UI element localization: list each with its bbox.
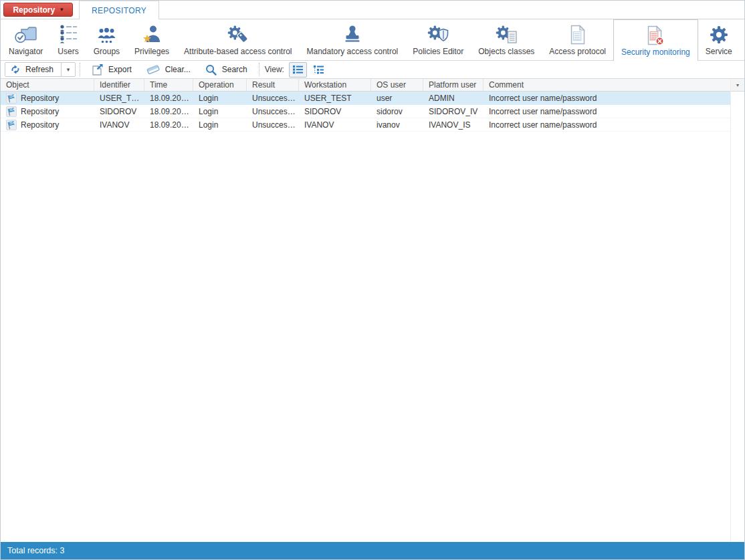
ribbon-button-access-protocol[interactable]: Access protocol [542,19,613,60]
cell-workstation: USER_TEST [299,94,371,103]
tab-repository-label: REPOSITORY [92,6,146,15]
tree-view-button[interactable] [310,62,328,78]
cell-object: Repository [1,120,94,130]
search-button[interactable]: Search [198,61,255,78]
table-row[interactable]: Repository IVANOV 18.09.2018... Login Un… [1,118,730,132]
refresh-button[interactable]: Refresh [5,63,61,76]
audit-grid: Object Identifier Time Operation Result … [1,79,744,542]
ribbon-button-label: Users [58,47,78,55]
users-list-icon [60,23,78,45]
grid-header-row: Object Identifier Time Operation Result … [1,79,730,92]
search-button-label: Search [222,65,247,74]
column-menu-button[interactable]: ▾ [731,79,744,92]
repository-menu-button[interactable]: Repository ▾ [3,3,73,17]
flag-icon [6,93,17,104]
ribbon-button-label: Objects classes [478,47,534,55]
ribbon-button-label: Service [706,47,732,55]
list-view-icon [292,65,304,74]
ribbon-button-label: Attribute-based access control [184,47,292,55]
ribbon-button-policies-editor[interactable]: Policies Editor [405,19,471,60]
gear-icon [709,23,729,45]
export-icon [92,63,103,76]
cell-os-user: sidorov [371,107,423,116]
folder-check-icon [14,23,38,45]
cell-object-label: Repository [21,120,59,130]
cell-object-label: Repository [21,107,59,116]
clear-button-label: Clear... [165,65,191,74]
ribbon-button-mac[interactable]: Mandatory access control [300,19,406,60]
column-header-identifier[interactable]: Identifier [94,79,144,91]
cell-object: Repository [1,93,94,104]
flag-icon [6,120,17,130]
grid-empty-area [1,132,730,542]
tree-view-icon [313,65,324,74]
stamp-icon [344,23,361,45]
refresh-icon [10,64,21,75]
ribbon-button-navigator[interactable]: Navigator [1,19,50,60]
toolbar-separator [80,63,80,76]
cell-os-user: user [371,94,423,103]
total-records-label: Total records: 3 [7,546,64,555]
column-header-os-user[interactable]: OS user [371,79,423,91]
table-row[interactable]: Repository SIDOROV 18.09.2018... Login U… [1,105,730,118]
cell-identifier: SIDOROV [94,107,144,116]
ribbon-button-objects-classes[interactable]: Objects classes [471,19,542,60]
user-star-icon [142,23,162,45]
cell-workstation: SIDOROV [299,107,371,116]
ribbon-button-label: Policies Editor [413,47,463,55]
repository-menu-label: Repository [13,5,55,15]
cell-object-label: Repository [21,94,59,103]
column-header-time[interactable]: Time [144,79,193,91]
grid-toolbar: Refresh ▾ Export [1,61,744,79]
ribbon-button-groups[interactable]: Groups [86,19,127,60]
ribbon-button-privileges[interactable]: Privileges [127,19,177,60]
toolbar-separator [259,63,259,76]
ribbon-button-security-monitoring[interactable]: Security monitoring [613,19,698,61]
ribbon-toolbar: Navigator Users [1,19,744,61]
cell-result: Unsuccessful [247,94,299,103]
cell-comment: Incorrect user name/password [484,94,730,103]
cell-platform-user: SIDOROV_IV [423,107,484,116]
ribbon-button-service[interactable]: Service [698,19,740,60]
ribbon-button-label: Navigator [9,47,43,55]
cell-identifier: USER_TEST [94,94,144,103]
tab-repository[interactable]: REPOSITORY [79,1,159,19]
cell-time: 18.09.2018... [144,120,193,130]
cell-object: Repository [1,106,94,117]
view-label: View: [265,65,284,74]
cell-result: Unsuccessful [247,120,299,130]
column-header-object[interactable]: Object [1,79,94,91]
cell-comment: Incorrect user name/password [484,107,730,116]
vertical-scrollbar: ▾ [730,79,744,542]
cell-identifier: IVANOV [94,120,144,130]
gear-tag-icon [227,23,249,45]
column-header-comment[interactable]: Comment [484,79,730,91]
cell-platform-user: IVANOV_IS [423,120,484,130]
table-row[interactable]: Repository USER_TEST 18.09.2018... Login… [1,92,730,105]
list-view-button[interactable] [289,62,307,78]
cell-time: 18.09.2018... [144,94,193,103]
cell-platform-user: ADMIN [423,94,484,103]
column-header-workstation[interactable]: Workstation [299,79,371,91]
column-header-result[interactable]: Result [247,79,299,91]
status-bar: Total records: 3 [1,542,744,559]
ribbon-button-label: Privileges [134,47,169,55]
flag-icon [6,106,17,117]
cell-result: Unsuccessful [247,107,299,116]
document-icon [569,23,587,45]
ribbon-button-abac[interactable]: Attribute-based access control [177,19,299,60]
gear-document-icon [496,23,518,45]
chevron-down-icon: ▾ [736,82,739,88]
ribbon-button-users[interactable]: Users [50,19,86,60]
ribbon-button-label: Mandatory access control [307,47,399,55]
column-header-operation[interactable]: Operation [193,79,247,91]
cell-operation: Login [193,94,247,103]
cell-workstation: IVANOV [299,120,371,130]
search-icon [205,64,217,76]
refresh-dropdown-button[interactable]: ▾ [61,63,75,76]
clear-button[interactable]: Clear... [139,61,198,78]
cell-comment: Incorrect user name/password [484,120,730,130]
column-header-platform-user[interactable]: Platform user [423,79,484,91]
export-button[interactable]: Export [84,61,139,78]
gear-shield-icon [427,23,449,45]
